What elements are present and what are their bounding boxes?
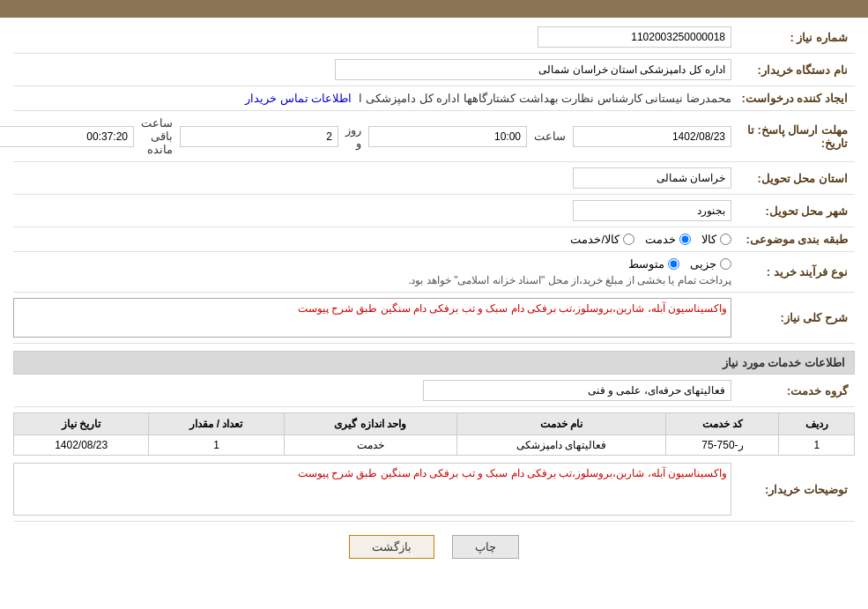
tosihaat-textarea[interactable] — [13, 463, 731, 516]
cell-kod: ر-750-75 — [666, 435, 779, 456]
tabaqe-radio-group: کالا خدمت کالا/خدمت — [570, 233, 731, 246]
page-header — [0, 0, 868, 18]
row-grohe: گروه خدمت: — [13, 380, 855, 407]
radio-kala-input[interactable] — [720, 234, 731, 245]
mohlat-roz-input[interactable] — [180, 126, 338, 147]
mohlat-roz-label: روز و — [345, 123, 361, 150]
row-ijad: ایجاد کننده درخواست: محمدرضا نیستانی کار… — [13, 92, 855, 111]
col-tedad: تعداد / مقدار — [149, 413, 284, 435]
radio-khedmat-input[interactable] — [679, 234, 691, 245]
row-tosihaat: توضیحات خریدار: — [13, 463, 855, 522]
col-kod: کد خدمت — [666, 413, 779, 435]
sharh-label: شرح کلی نیاز: — [731, 311, 855, 324]
button-row: چاپ بازگشت — [13, 535, 855, 559]
shahr-value — [13, 200, 731, 221]
radio-kala-label: کالا — [701, 233, 716, 246]
nooe-value: جزیی متوسط پرداخت تمام یا بخشی از مبلغ خ… — [13, 257, 731, 286]
grohe-label: گروه خدمت: — [731, 384, 855, 397]
radio-jozi-input[interactable] — [720, 258, 731, 270]
row-namdastgah: نام دستگاه خریدار: — [13, 59, 855, 86]
ijad-label: ایجاد کننده درخواست: — [731, 92, 855, 105]
mohlat-saat-input[interactable] — [368, 126, 527, 147]
shomara-input[interactable] — [538, 26, 731, 48]
namdastgah-value — [13, 59, 731, 80]
radio-kala[interactable]: کالا — [701, 233, 731, 246]
radio-kala-khedmat[interactable]: کالا/خدمت — [570, 233, 634, 246]
radio-khedmat[interactable]: خدمت — [645, 233, 691, 246]
mohlat-label: مهلت ارسال پاسخ: تا تاریخ: — [731, 123, 855, 150]
nooe-radio-group: جزیی متوسط — [628, 257, 731, 271]
radio-khedmat-label: خدمت — [645, 233, 676, 246]
table-row: 1 ر-750-75 فعالیتهای دامپزشکی خدمت 1 140… — [14, 435, 855, 456]
radio-motavaset[interactable]: متوسط — [628, 257, 679, 271]
row-ostan: استان محل تحویل: — [13, 167, 855, 195]
cell-radif: 1 — [779, 435, 855, 456]
shomara-value — [13, 26, 731, 48]
services-table: ردیف کد خدمت نام خدمت واحد اندازه گیری ت… — [13, 412, 855, 456]
nooe-note: پرداخت تمام یا بخشی از مبلغ خرید،از محل … — [408, 274, 731, 286]
mohlat-saat-mande-input[interactable] — [0, 126, 134, 147]
ostan-label: استان محل تحویل: — [731, 172, 855, 185]
print-button[interactable]: چاپ — [452, 535, 519, 559]
col-vahed: واحد اندازه گیری — [284, 413, 456, 435]
ijad-link[interactable]: اطلاعات تماس خریدار — [245, 92, 352, 105]
mohlat-saat-label: ساعت — [534, 130, 566, 143]
sharh-value — [13, 298, 731, 338]
radio-jozi-label: جزیی — [690, 257, 716, 271]
cell-tarikh: 1402/08/23 — [14, 435, 149, 456]
col-nam: نام خدمت — [456, 413, 665, 435]
row-sharh: شرح کلی نیاز: — [13, 298, 855, 344]
row-mohlat: مهلت ارسال پاسخ: تا تاریخ: ساعت روز و سا… — [13, 116, 855, 162]
service-info-header: اطلاعات خدمات مورد نیاز — [13, 351, 855, 375]
radio-motavaset-label: متوسط — [628, 257, 664, 271]
back-button[interactable]: بازگشت — [349, 535, 434, 559]
cell-vahed: خدمت — [284, 435, 456, 456]
cell-tedad: 1 — [149, 435, 284, 456]
radio-motavaset-input[interactable] — [668, 258, 679, 270]
mohlat-value: ساعت روز و ساعت باقی مانده — [0, 116, 731, 156]
grohe-input[interactable] — [423, 380, 731, 401]
radio-jozi[interactable]: جزیی — [690, 257, 731, 271]
row-tabaqe: طبقه بندی موضوعی: کالا خدمت کالا/خدمت — [13, 233, 855, 252]
sharh-textarea[interactable] — [13, 298, 731, 338]
row-nooe: نوع فرآیند خرید : جزیی متوسط پرداخت تمام… — [13, 257, 855, 293]
mohlat-saat-mande-label: ساعت باقی مانده — [141, 116, 173, 156]
namdastgah-input[interactable] — [335, 59, 731, 80]
tosihaat-label: توضیحات خریدار: — [731, 483, 855, 496]
nooe-label: نوع فرآیند خرید : — [731, 265, 855, 279]
shomara-label: شماره نیاز : — [731, 31, 855, 44]
row-shomara: شماره نیاز : — [13, 26, 855, 54]
tosihaat-value — [13, 463, 731, 516]
col-tarikh: تاریخ نیاز — [14, 413, 149, 435]
mohlat-date-input[interactable] — [573, 126, 731, 147]
shahr-label: شهر محل تحویل: — [731, 204, 855, 218]
ostan-input[interactable] — [573, 167, 731, 189]
page-container: شماره نیاز : نام دستگاه خریدار: ایجاد کن… — [0, 0, 868, 609]
row-shahr: شهر محل تحویل: — [13, 200, 855, 227]
radio-kala-khedmat-label: کالا/خدمت — [570, 233, 619, 246]
shahr-input[interactable] — [573, 200, 731, 221]
grohe-value — [13, 380, 731, 401]
cell-nam: فعالیتهای دامپزشکی — [456, 435, 665, 456]
table-container: ردیف کد خدمت نام خدمت واحد اندازه گیری ت… — [13, 412, 855, 456]
main-content: شماره نیاز : نام دستگاه خریدار: ایجاد کن… — [0, 18, 868, 581]
col-radif: ردیف — [779, 413, 855, 435]
namdastgah-label: نام دستگاه خریدار: — [731, 63, 855, 77]
tabaqe-value: کالا خدمت کالا/خدمت — [13, 233, 731, 246]
ijad-text: محمدرضا نیستانی کارشناس نظارت بهداشت کشت… — [359, 92, 731, 105]
tabaqe-label: طبقه بندی موضوعی: — [731, 233, 855, 246]
radio-kala-khedmat-input[interactable] — [623, 234, 634, 245]
ijad-value: محمدرضا نیستانی کارشناس نظارت بهداشت کشت… — [13, 92, 731, 105]
ostan-value — [13, 167, 731, 189]
